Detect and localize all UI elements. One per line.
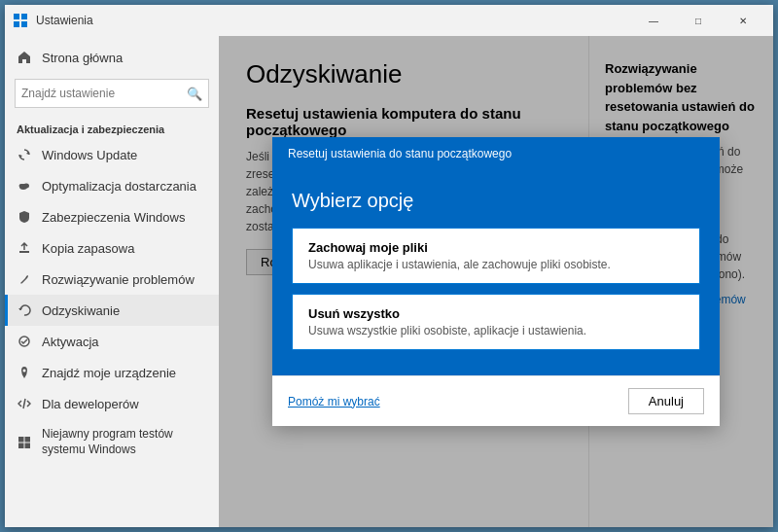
svg-rect-11 xyxy=(25,437,31,443)
home-icon xyxy=(17,50,32,65)
sidebar-item-label: Zabezpieczenia Windows xyxy=(42,210,185,225)
undo-icon xyxy=(17,302,32,318)
title-bar-controls: — □ ✕ xyxy=(631,5,765,36)
svg-rect-2 xyxy=(14,21,19,27)
sidebar-item-home[interactable]: Strona główna xyxy=(5,40,219,75)
main-content: Strona główna 🔍 Aktualizacja i zabezpiec… xyxy=(5,36,773,527)
settings-app-icon xyxy=(13,13,28,28)
option1-card[interactable]: Zachowaj moje pliki Usuwa aplikacje i us… xyxy=(292,228,700,284)
search-box[interactable]: 🔍 xyxy=(15,79,209,108)
option1-description: Usuwa aplikacje i ustawienia, ale zachow… xyxy=(308,258,684,271)
code-icon xyxy=(17,396,32,411)
svg-rect-12 xyxy=(18,443,24,448)
svg-point-9 xyxy=(23,370,26,372)
sidebar-item-label: Kopia zapasowa xyxy=(42,241,134,256)
shield-icon xyxy=(17,209,32,225)
cancel-button[interactable]: Anuluj xyxy=(628,388,704,414)
svg-rect-13 xyxy=(25,443,31,448)
sidebar-item-find-device[interactable]: Znajdź moje urządzenie xyxy=(5,357,219,388)
svg-rect-3 xyxy=(21,21,27,27)
sidebar-item-optimization[interactable]: Optymalizacja dostarczania xyxy=(5,170,219,201)
title-bar: Ustawienia — □ ✕ xyxy=(5,5,773,36)
windows-icon xyxy=(17,435,32,450)
svg-rect-10 xyxy=(18,437,24,443)
svg-point-5 xyxy=(23,184,29,189)
modal-dialog: Resetuj ustawienia do stanu początkowego… xyxy=(272,137,720,426)
upload-icon xyxy=(17,240,32,256)
modal-header: Resetuj ustawienia do stanu początkowego xyxy=(272,137,720,170)
sidebar-item-insider[interactable]: Niejawny program testów systemu Windows xyxy=(5,419,219,465)
help-link[interactable]: Pomóż mi wybrać xyxy=(288,395,380,408)
location-icon xyxy=(17,365,32,380)
sidebar-item-label: Odzyskiwanie xyxy=(42,303,120,318)
minimize-button[interactable]: — xyxy=(631,5,676,36)
modal-body: Wybierz opcję Zachowaj moje pliki Usuwa … xyxy=(272,170,720,375)
option2-title: Usuń wszystko xyxy=(308,306,684,321)
title-bar-left: Ustawienia xyxy=(13,13,93,28)
modal-footer: Pomóż mi wybrać Anuluj xyxy=(272,375,720,426)
sidebar-item-label: Dla deweloperów xyxy=(42,397,139,411)
sidebar-item-developers[interactable]: Dla deweloperów xyxy=(5,388,219,419)
settings-window: Ustawienia — □ ✕ Strona główna 🔍 Ak xyxy=(5,5,773,527)
sidebar-item-label: Aktywacja xyxy=(42,335,99,349)
svg-rect-0 xyxy=(14,14,19,19)
title-bar-title: Ustawienia xyxy=(36,14,93,27)
sidebar-item-activation[interactable]: Aktywacja xyxy=(5,326,219,357)
option2-card[interactable]: Usuń wszystko Usuwa wszystkie pliki osob… xyxy=(292,294,700,350)
close-button[interactable]: ✕ xyxy=(721,5,765,36)
svg-point-6 xyxy=(19,184,24,188)
modal-body-title: Wybierz opcję xyxy=(292,190,700,212)
sidebar-item-windows-update[interactable]: Windows Update xyxy=(5,139,219,170)
maximize-button[interactable]: □ xyxy=(676,5,721,36)
sidebar-item-backup[interactable]: Kopia zapasowa xyxy=(5,232,219,264)
section-title: Aktualizacja i zabezpieczenia xyxy=(5,118,219,139)
sidebar-item-recovery[interactable]: Odzyskiwanie xyxy=(5,295,219,326)
wrench-icon xyxy=(17,271,32,287)
search-icon: 🔍 xyxy=(187,87,202,101)
svg-rect-1 xyxy=(21,14,27,19)
sidebar-item-label: Rozwiązywanie problemów xyxy=(42,272,194,287)
sidebar-item-label: Optymalizacja dostarczania xyxy=(42,179,196,194)
option1-title: Zachowaj moje pliki xyxy=(308,240,684,255)
sidebar-item-label: Niejawny program testów systemu Windows xyxy=(42,427,207,457)
modal-overlay: Resetuj ustawienia do stanu początkowego… xyxy=(219,36,773,527)
refresh-icon xyxy=(17,147,32,162)
sidebar-item-troubleshoot[interactable]: Rozwiązywanie problemów xyxy=(5,264,219,295)
sidebar-item-label: Windows Update xyxy=(42,148,137,162)
svg-rect-7 xyxy=(19,251,29,253)
sidebar-item-label: Znajdź moje urządzenie xyxy=(42,366,176,380)
sidebar-item-security[interactable]: Zabezpieczenia Windows xyxy=(5,201,219,232)
sidebar: Strona główna 🔍 Aktualizacja i zabezpiec… xyxy=(5,36,219,527)
search-input[interactable] xyxy=(21,87,187,100)
home-label: Strona główna xyxy=(42,51,123,65)
cloud-icon xyxy=(17,178,32,194)
option2-description: Usuwa wszystkie pliki osobiste, aplikacj… xyxy=(308,324,684,337)
check-icon xyxy=(17,334,32,349)
